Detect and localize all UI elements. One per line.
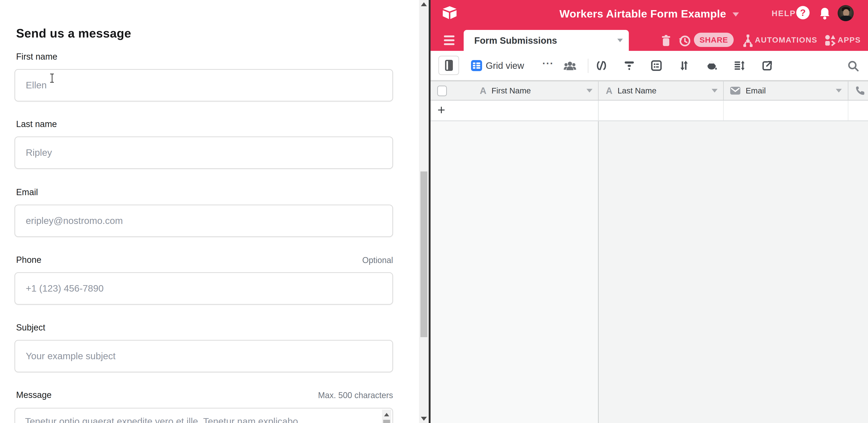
table-header-row: A First Name A Last Name Email <box>431 81 868 100</box>
sort-icon[interactable] <box>679 60 689 71</box>
phone-field-icon <box>855 86 865 96</box>
airtable-window: Workers Airtable Form Example HELP ? For… <box>431 0 868 423</box>
apps-button[interactable]: APPS <box>838 35 861 44</box>
base-title-caret-icon <box>733 12 739 17</box>
first-name-label: First name <box>16 52 57 62</box>
first-name-input[interactable] <box>14 69 393 101</box>
text-field-icon: A <box>606 86 613 96</box>
hamburger-menu-icon[interactable] <box>444 35 455 47</box>
airtable-tabbar: Form Submissions SHARE <box>431 30 868 51</box>
chevron-down-icon[interactable] <box>836 89 842 92</box>
chevron-down-icon[interactable] <box>587 89 592 92</box>
select-all-checkbox[interactable] <box>437 86 447 96</box>
message-placeholder: Tenetur optio quaerat expedite vero et i… <box>25 416 298 423</box>
column-header-phone[interactable]: Phone <box>855 82 868 100</box>
textarea-scroll-thumb[interactable] <box>383 420 390 423</box>
scroll-down-icon[interactable] <box>421 417 427 421</box>
base-title[interactable]: Workers Airtable Form Example <box>560 7 726 20</box>
window-divider <box>429 0 431 423</box>
text-cursor-icon <box>50 73 55 83</box>
grid-view-icon <box>471 60 482 71</box>
subject-input[interactable] <box>14 340 393 372</box>
color-icon[interactable] <box>706 60 718 71</box>
email-label: Email <box>16 187 38 197</box>
chevron-down-icon[interactable] <box>712 89 718 92</box>
view-sidebar-toggle-button[interactable] <box>438 56 459 75</box>
subject-label: Subject <box>16 323 45 333</box>
column-header-first-name[interactable]: A First Name <box>480 82 531 100</box>
user-avatar[interactable] <box>838 5 854 21</box>
contact-form-window: Send us a message First name Last name E… <box>0 0 429 423</box>
form-heading: Send us a message <box>16 26 131 40</box>
view-options-ellipsis-button[interactable]: ··· <box>542 58 554 69</box>
frozen-column-divider <box>598 121 599 423</box>
filter-icon[interactable] <box>624 60 635 71</box>
email-field-icon <box>730 87 741 95</box>
desktop: Send us a message First name Last name E… <box>0 0 868 423</box>
sidebar-icon <box>445 60 453 71</box>
chevron-down-icon <box>617 39 623 42</box>
view-toolbar: Grid view ··· <box>431 51 868 81</box>
row-height-icon[interactable] <box>734 60 745 71</box>
scroll-up-icon[interactable] <box>384 413 389 416</box>
left-pane-scrollbar[interactable] <box>419 0 429 423</box>
help-button[interactable]: HELP <box>772 9 796 18</box>
add-record-plus-icon[interactable]: + <box>437 102 445 117</box>
group-icon[interactable] <box>651 60 662 71</box>
message-textarea[interactable]: Tenetur optio quaerat expedite vero et i… <box>14 408 393 423</box>
phone-optional-note: Optional <box>362 255 393 265</box>
table-tab-label: Form Submissions <box>474 35 557 46</box>
share-view-icon[interactable] <box>762 60 773 71</box>
tab-form-submissions[interactable]: Form Submissions <box>464 30 629 51</box>
search-icon[interactable] <box>847 60 859 72</box>
last-name-label: Last name <box>16 119 57 129</box>
column-header-email[interactable]: Email <box>730 82 766 100</box>
collaborators-icon[interactable] <box>563 60 577 71</box>
text-field-icon: A <box>480 86 487 96</box>
toolbar-divider <box>588 59 588 73</box>
scrollbar-thumb[interactable] <box>421 172 427 337</box>
message-maxchars-note: Max. 500 characters <box>318 391 393 400</box>
notifications-bell-icon[interactable] <box>819 7 831 20</box>
airtable-topbar: Workers Airtable Form Example HELP ? <box>431 0 868 30</box>
scroll-up-icon[interactable] <box>421 2 427 6</box>
automations-button[interactable]: AUTOMATIONS <box>755 35 817 44</box>
phone-input[interactable] <box>14 272 393 305</box>
hide-fields-icon[interactable] <box>596 60 607 71</box>
textarea-scrollbar[interactable] <box>382 410 391 423</box>
email-input[interactable] <box>14 205 393 237</box>
message-label: Message <box>16 390 52 400</box>
grid-canvas[interactable] <box>431 121 868 423</box>
phone-label: Phone <box>16 255 41 265</box>
column-header-last-name[interactable]: A Last Name <box>606 82 656 100</box>
share-button[interactable]: SHARE <box>694 33 734 47</box>
add-record-row[interactable]: + <box>431 100 868 121</box>
help-circle-icon[interactable]: ? <box>796 6 810 19</box>
last-name-input[interactable] <box>14 137 393 169</box>
view-name-button[interactable]: Grid view <box>486 61 524 71</box>
